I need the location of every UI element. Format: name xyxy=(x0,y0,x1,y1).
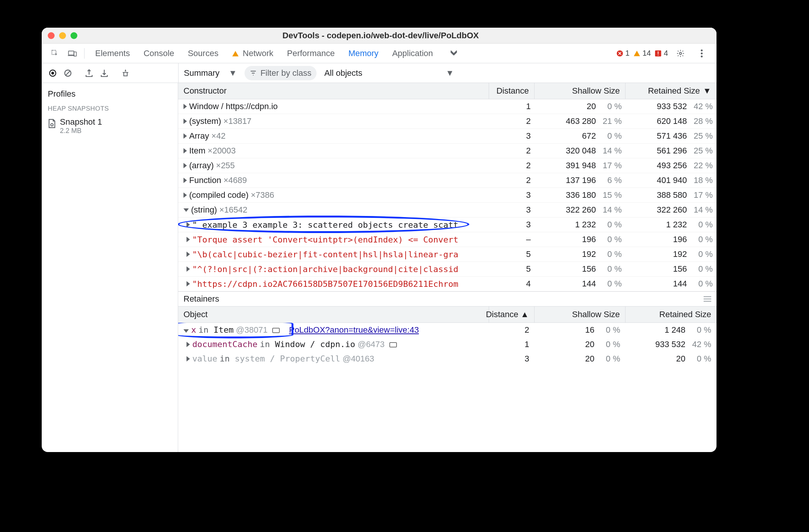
distance-cell: 4 xyxy=(489,277,535,291)
settings-icon[interactable] xyxy=(674,47,687,60)
tab-memory[interactable]: Memory xyxy=(347,46,380,65)
constructor-row[interactable]: Window / https://cdpn.io 1 200 %933 5324… xyxy=(178,99,716,114)
constructor-row[interactable]: Item ×20003 2 320 04814 %561 29625 % xyxy=(178,144,716,158)
tab-elements[interactable]: Elements xyxy=(94,46,132,61)
tab-sources[interactable]: Sources xyxy=(186,46,220,61)
number-cell: 1920 % xyxy=(626,247,716,261)
device-toggle-icon[interactable] xyxy=(66,47,79,60)
col-distance[interactable]: Distance xyxy=(489,83,535,99)
number-cell: 1920 % xyxy=(535,247,626,261)
import-icon[interactable] xyxy=(98,67,111,80)
string-cell: "Torque assert 'Convert<uintptr>(endInde… xyxy=(178,232,489,247)
inspect-icon[interactable] xyxy=(49,47,61,60)
svg-point-9 xyxy=(701,52,703,54)
source-link[interactable]: PoLdbOX?anon=true&view=live:43 xyxy=(289,325,419,335)
chevron-right-icon[interactable] xyxy=(187,281,190,286)
chevron-right-icon[interactable] xyxy=(183,163,187,168)
chevron-right-icon[interactable] xyxy=(187,356,190,361)
chevron-right-icon[interactable] xyxy=(187,222,190,227)
tab-performance[interactable]: Performance xyxy=(285,46,336,61)
col-retained[interactable]: Retained Size▼ xyxy=(626,83,716,99)
chevron-right-icon[interactable] xyxy=(187,252,190,257)
col-constructor[interactable]: Constructor xyxy=(178,83,489,99)
filter-input[interactable]: Filter by class xyxy=(245,66,317,80)
col-shallow[interactable]: Shallow Size xyxy=(535,83,626,99)
distance-cell: 5 xyxy=(489,247,535,261)
rcol-object[interactable]: Object xyxy=(178,307,489,322)
svg-rect-6 xyxy=(658,55,658,55)
minimize-icon[interactable] xyxy=(59,32,66,39)
number-cell: 571 43625 % xyxy=(626,129,716,143)
rcol-distance[interactable]: Distance▲ xyxy=(489,307,535,322)
string-row[interactable]: "Torque assert 'Convert<uintptr>(endInde… xyxy=(178,232,716,247)
rcol-retained[interactable]: Retained Size xyxy=(626,307,716,322)
chevron-right-icon[interactable] xyxy=(187,342,190,347)
chevron-right-icon[interactable] xyxy=(183,133,187,139)
rcol-shallow[interactable]: Shallow Size xyxy=(535,307,626,322)
retained-cell: 1 2480 % xyxy=(626,323,716,337)
objects-dropdown[interactable]: All objects ▼ xyxy=(324,68,454,78)
number-cell: 388 58017 % xyxy=(626,188,716,202)
string-row[interactable]: "https://cdpn.io2AC766158D5B7507E170156E… xyxy=(178,277,716,291)
constructor-row[interactable]: Array ×42 3 6720 %571 43625 % xyxy=(178,129,716,144)
gc-icon[interactable] xyxy=(119,67,132,80)
warning-count[interactable]: 14 xyxy=(633,49,651,58)
chevron-down-icon[interactable] xyxy=(183,208,189,212)
svg-point-8 xyxy=(701,49,703,51)
tab-application[interactable]: Application xyxy=(390,46,434,61)
number-cell: 320 04814 % xyxy=(535,144,626,158)
tab-console[interactable]: Console xyxy=(142,46,176,61)
chevron-right-icon[interactable] xyxy=(183,148,187,153)
tab-network-label: Network xyxy=(243,49,273,58)
string-row[interactable]: "^(?!on|src|(?:action|archive|background… xyxy=(178,262,716,277)
number-cell: 1440 % xyxy=(626,277,716,291)
string-row[interactable]: " example 3 example 3: scattered objects… xyxy=(178,217,716,232)
issue-count[interactable]: 4 xyxy=(655,49,668,58)
profiles-heading: Profiles xyxy=(42,88,178,104)
more-tabs-icon[interactable] xyxy=(447,46,460,59)
retainer-row[interactable]: value in system / PropertyCell @40163 3 … xyxy=(178,352,716,366)
number-cell: 391 94817 % xyxy=(535,158,626,173)
export-icon[interactable] xyxy=(83,67,96,80)
chevron-down-icon[interactable] xyxy=(183,329,189,333)
tab-network[interactable]: Network xyxy=(230,46,275,61)
chevron-right-icon[interactable] xyxy=(183,178,187,183)
profiles-toolbar xyxy=(42,63,178,83)
chevron-right-icon[interactable] xyxy=(187,237,190,242)
chevron-right-icon[interactable] xyxy=(187,266,190,272)
svg-rect-1 xyxy=(69,51,74,55)
retainer-object-cell: documentCache in Window / cdpn.io @6473 xyxy=(178,337,489,352)
record-icon[interactable] xyxy=(46,67,59,80)
error-count[interactable]: 1 xyxy=(616,49,630,58)
chevron-right-icon[interactable] xyxy=(183,192,187,198)
retainers-menu-icon[interactable] xyxy=(704,296,711,302)
string-row[interactable]: "\b(calc|cubic-bezier|fit-content|hsl|hs… xyxy=(178,247,716,262)
close-icon[interactable] xyxy=(48,32,55,39)
svg-rect-5 xyxy=(658,51,658,54)
constructor-row[interactable]: (string) ×16542 3 322 26014 %322 26014 % xyxy=(178,203,716,217)
constructor-row[interactable]: (array) ×255 2 391 94817 %493 25622 % xyxy=(178,158,716,173)
svg-point-12 xyxy=(51,72,54,74)
constructor-row[interactable]: Function ×4689 2 137 1966 %401 94018 % xyxy=(178,173,716,188)
retainer-row[interactable]: x in Item @38071 PoLdbOX?anon=true&view=… xyxy=(178,323,716,337)
constructors-grid[interactable]: Window / https://cdpn.io 1 200 %933 5324… xyxy=(178,99,716,291)
retainer-row[interactable]: documentCache in Window / cdpn.io @6473 … xyxy=(178,337,716,352)
number-cell: 493 25622 % xyxy=(626,158,716,173)
svg-point-10 xyxy=(701,55,703,57)
number-cell: 401 94018 % xyxy=(626,173,716,188)
chevron-right-icon[interactable] xyxy=(183,119,187,124)
kebab-icon[interactable] xyxy=(695,47,708,60)
distance-cell: 3 xyxy=(489,203,535,217)
number-cell: 933 53242 % xyxy=(626,99,716,114)
maximize-icon[interactable] xyxy=(71,32,77,39)
constructor-cell: (string) ×16542 xyxy=(178,203,489,217)
number-cell: 620 14828 % xyxy=(626,114,716,128)
chevron-right-icon[interactable] xyxy=(183,104,187,109)
view-dropdown[interactable]: Summary ▼ xyxy=(184,68,237,78)
constructor-row[interactable]: (compiled code) ×7386 3 336 18015 %388 5… xyxy=(178,188,716,203)
retainers-grid[interactable]: x in Item @38071 PoLdbOX?anon=true&view=… xyxy=(178,323,716,366)
number-cell: 336 18015 % xyxy=(535,188,626,202)
snapshot-item[interactable]: Snapshot 1 2.2 MB xyxy=(42,116,178,136)
constructor-row[interactable]: (system) ×13817 2 463 28021 %620 14828 % xyxy=(178,114,716,129)
clear-icon[interactable] xyxy=(61,67,74,80)
